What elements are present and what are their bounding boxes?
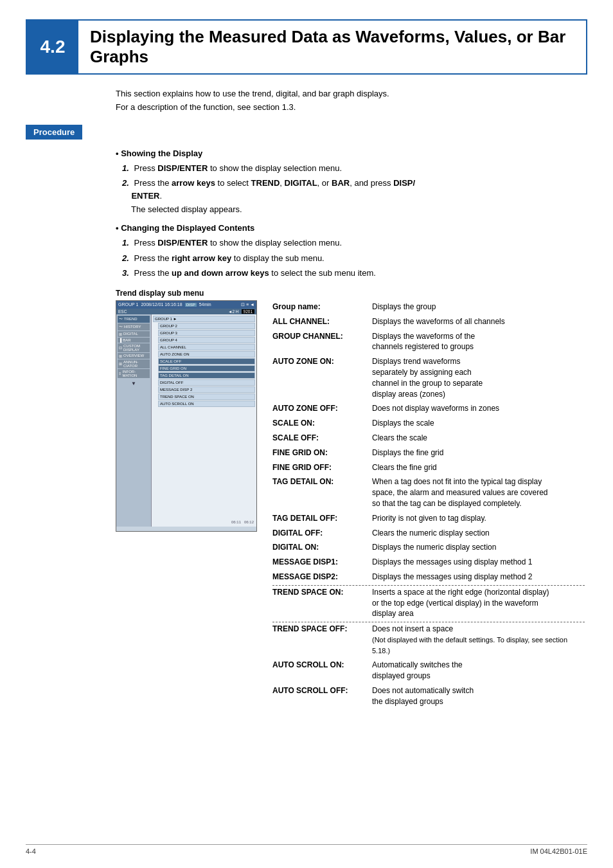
- annot-digital-off: DIGITAL OFF: Clears the numeric display …: [272, 527, 587, 541]
- menu-group4: GROUP 4: [158, 337, 255, 343]
- section-title: Displaying the Measured Data as Waveform…: [90, 27, 574, 67]
- annot-term-group-channel: GROUP CHANNEL:: [272, 330, 372, 356]
- annot-digital-on: DIGITAL ON: Displays the numeric display…: [272, 541, 587, 556]
- annot-auto-zone-off: AUTO ZONE OFF: Does not display waveform…: [272, 402, 587, 417]
- screen-topbar: GROUP 1 2008/12/01 16:16:18 DISP 54min ⊡…: [116, 301, 256, 309]
- menu-autozoon: AUTO ZONE ON: [158, 351, 255, 357]
- annot-desc-auto-scroll-on: Automatically switches thedisplayed grou…: [372, 658, 587, 684]
- menu-finegrid: FINE GRID ON: [158, 365, 255, 372]
- diagram-label: Trend display sub menu: [116, 289, 587, 298]
- sidebar-history: 〜HISTORY: [118, 323, 150, 330]
- intro-text: This section explains how to use the tre…: [116, 87, 587, 114]
- annot-term-tag-detail-off: TAG DETAIL OFF:: [272, 512, 372, 527]
- bullet-title-2: Changing the Displayed Contents: [116, 223, 587, 233]
- annot-desc-fine-grid-on: Displays the fine grid: [372, 446, 587, 461]
- annot-desc-fine-grid-off: Clears the fine grid: [372, 461, 587, 476]
- annot-auto-scroll-off: AUTO SCROLL OFF: Does not automatically …: [272, 684, 587, 710]
- menu-autoscroll: AUTO SCROLL ON: [158, 401, 255, 407]
- menu-trendspace: TREND SPACE ON: [158, 393, 255, 400]
- annot-term-scale-on: SCALE ON:: [272, 417, 372, 431]
- screen-body: 〜TREND 〜HISTORY ⊞DIGITAL ▐BAR: [116, 314, 256, 527]
- annot-group-channel: GROUP CHANNEL: Displays the waveforms of…: [272, 330, 587, 356]
- diagram-section: Trend display sub menu GROUP 1 2008/12/0…: [116, 289, 587, 710]
- annotations-area: Group name: Displays the group ALL CHANN…: [257, 300, 587, 710]
- annot-trend-space-on: TREND SPACE ON: Inserts a space at the r…: [272, 586, 587, 622]
- screen-disp-icon: DISP: [185, 303, 197, 307]
- showing-display-steps: 1. Press DISP/ENTER to show the display …: [122, 162, 587, 203]
- annot-term-scale-off: SCALE OFF:: [272, 431, 372, 446]
- menu-group3: GROUP 3: [158, 330, 255, 336]
- step-1-2: 2. Press the arrow keys to select TREND,…: [122, 177, 587, 202]
- screen-date: 2008/12/01 16:16:18: [141, 302, 182, 307]
- annot-term-digital-on: DIGITAL ON:: [272, 541, 372, 556]
- annot-fine-grid-on: FINE GRID ON: Displays the fine grid: [272, 446, 587, 461]
- annot-scale-off: SCALE OFF: Clears the scale: [272, 431, 587, 446]
- step-2-3: 3. Press the up and down arrow keys to s…: [122, 267, 587, 280]
- step-2-1: 1. Press DISP/ENTER to show the display …: [122, 237, 587, 249]
- menu-group1: GROUP 1 ►: [153, 316, 255, 322]
- annot-tag-detail-off: TAG DETAIL OFF: Priority is not given to…: [272, 512, 587, 527]
- annot-term-digital-off: DIGITAL OFF:: [272, 527, 372, 541]
- step-1-note: The selected display appears.: [131, 204, 587, 214]
- menu-scaleoff: SCALE OFF: [158, 358, 255, 365]
- section-title-box: Displaying the Measured Data as Waveform…: [78, 21, 586, 73]
- screen-subbar: ESC ◄2 H 9201: [116, 309, 256, 314]
- screen-mockup: GROUP 1 2008/12/01 16:16:18 DISP 54min ⊡…: [116, 300, 257, 532]
- screen-menu-list: GROUP 1 ► GROUP 2 GROUP 3 GROUP 4 ALL CH…: [152, 314, 256, 409]
- annot-desc-message-disp2: Displays the messages using display meth…: [372, 570, 587, 585]
- menu-messagedisp: MESSAGE DISP 2: [158, 386, 255, 393]
- annot-term-message-disp2: MESSAGE DISP2:: [272, 570, 372, 585]
- sidebar-overview: ⊞OVERVIEW: [118, 353, 150, 359]
- annot-term-auto-zone-off: AUTO ZONE OFF:: [272, 402, 372, 417]
- sidebar-custom: ⊡CUSTOM DISPLAY: [118, 343, 150, 352]
- section-header: 4.2 Displaying the Measured Data as Wave…: [26, 19, 587, 75]
- screen-icons: ⊡ ≡ ◄: [241, 302, 254, 307]
- annot-term-auto-scroll-off: AUTO SCROLL OFF:: [272, 684, 372, 710]
- annotations-table: Group name: Displays the group ALL CHANN…: [272, 300, 587, 710]
- screen-main: GROUP 1 ► GROUP 2 GROUP 3 GROUP 4 ALL CH…: [152, 314, 256, 527]
- annot-desc-auto-zone-off: Does not display waveforms in zones: [372, 402, 587, 417]
- annot-term-fine-grid-on: FINE GRID ON:: [272, 446, 372, 461]
- sidebar-annunciator: ⊞ANNUN-CIATOR: [118, 359, 150, 368]
- annot-desc-group-channel: Displays the waveforms of thechannels re…: [372, 330, 587, 356]
- annot-desc-digital-off: Clears the numeric display section: [372, 527, 587, 541]
- procedure-badge: Procedure: [26, 125, 82, 140]
- annot-desc-trend-space-on: Inserts a space at the right edge (horiz…: [372, 586, 587, 622]
- annot-desc-group-name: Displays the group: [372, 300, 587, 315]
- annot-auto-scroll-on: AUTO SCROLL ON: Automatically switches t…: [272, 658, 587, 684]
- section-number: 4.2: [27, 21, 78, 73]
- changing-display-steps: 1. Press DISP/ENTER to show the display …: [122, 237, 587, 280]
- intro-line2: For a description of the function, see s…: [116, 101, 587, 114]
- annot-fine-grid-off: FINE GRID OFF: Clears the fine grid: [272, 461, 587, 476]
- footer-doc: IM 04L42B01-01E: [530, 847, 587, 855]
- bullet-title-1: Showing the Display: [116, 149, 587, 158]
- annot-desc-all-channel: Displays the waveforms of all channels: [372, 315, 587, 330]
- menu-submenu: GROUP 2 GROUP 3 GROUP 4 ALL CHANNEL AUTO…: [158, 323, 255, 407]
- intro-line1: This section explains how to use the tre…: [116, 87, 587, 101]
- menu-allchannel: ALL CHANNEL: [158, 344, 255, 350]
- annot-desc-tag-detail-off: Priority is not given to tag display.: [372, 512, 587, 527]
- annot-tag-detail-on: TAG DETAIL ON: When a tag does not fit i…: [272, 475, 587, 511]
- annot-message-disp2: MESSAGE DISP2: Displays the messages usi…: [272, 570, 587, 585]
- annot-term-message-disp1: MESSAGE DISP1:: [272, 556, 372, 570]
- annot-desc-message-disp1: Displays the messages using display meth…: [372, 556, 587, 570]
- annot-desc-tag-detail-on: When a tag does not fit into the typical…: [372, 475, 587, 511]
- annot-scale-on: SCALE ON: Displays the scale: [272, 417, 587, 431]
- page: 4.2 Displaying the Measured Data as Wave…: [0, 0, 613, 868]
- annot-desc-auto-zone-on: Displays trend waveformsseparately by as…: [372, 355, 587, 402]
- annot-term-all-channel: ALL CHANNEL:: [272, 315, 372, 330]
- bullet-showing-display: Showing the Display 1. Press DISP/ENTER …: [116, 149, 587, 215]
- annot-term-group-name: Group name:: [272, 300, 372, 315]
- annot-desc-scale-on: Displays the scale: [372, 417, 587, 431]
- menu-tagdetail: TAG DETAIL ON: [158, 372, 255, 379]
- annot-auto-zone-on: AUTO ZONE ON: Displays trend waveformsse…: [272, 355, 587, 402]
- content: Showing the Display 1. Press DISP/ENTER …: [116, 149, 587, 710]
- diagram-wrapper: GROUP 1 2008/12/01 16:16:18 DISP 54min ⊡…: [116, 300, 587, 710]
- annot-desc-digital-on: Displays the numeric display section: [372, 541, 587, 556]
- annot-term-trend-space-off: TREND SPACE OFF:: [272, 622, 372, 658]
- annot-group-name: Group name: Displays the group: [272, 300, 587, 315]
- sidebar-digital: ⊞DIGITAL: [118, 331, 150, 337]
- annot-desc-auto-scroll-off: Does not automatically switchthe display…: [372, 684, 587, 710]
- annot-term-tag-detail-on: TAG DETAIL ON:: [272, 475, 372, 511]
- footer: 4-4 IM 04L42B01-01E: [26, 844, 587, 855]
